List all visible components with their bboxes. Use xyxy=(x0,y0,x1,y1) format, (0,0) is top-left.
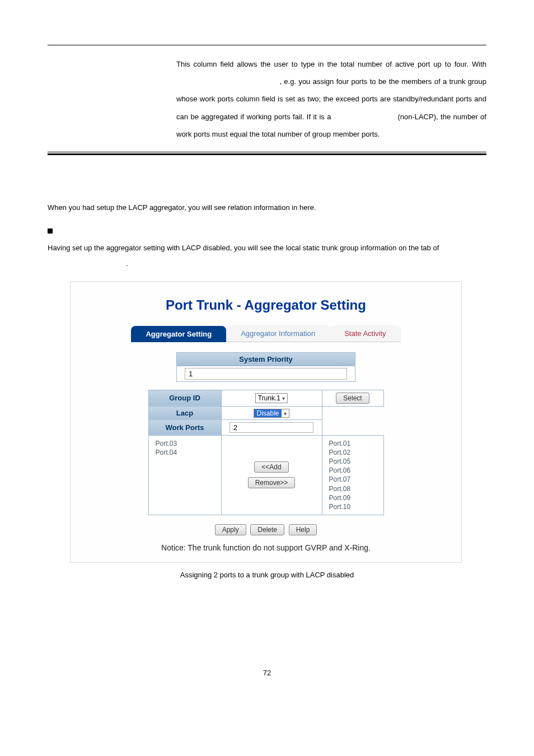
tab-state-activity[interactable]: State Activity xyxy=(330,325,400,342)
square-bullet-icon xyxy=(48,228,53,234)
lacp-value: Disable xyxy=(254,409,281,417)
system-priority-input[interactable] xyxy=(185,368,347,380)
top-paragraph: This column field allows the user to typ… xyxy=(176,55,486,143)
lacp-select[interactable]: Disable▾ xyxy=(254,409,289,418)
lacp-label: Lacp xyxy=(148,406,221,419)
p-line2a: four. With xyxy=(455,60,486,68)
group-id-select[interactable]: Trunk.1 xyxy=(255,393,288,403)
add-button[interactable]: <<Add xyxy=(254,461,288,473)
body-paragraph-2: Having set up the aggregator setting wit… xyxy=(48,240,486,272)
body2-trail: . xyxy=(126,259,128,268)
delete-button[interactable]: Delete xyxy=(250,524,284,535)
page-number: 72 xyxy=(48,669,486,677)
tab-last-label: State Activity xyxy=(344,329,386,338)
notice-text: Notice: The trunk function do not suppor… xyxy=(82,543,450,552)
group-id-label: Group ID xyxy=(148,390,221,406)
available-ports-list[interactable]: Port.01Port.02Port.05Port.06Port.07Port.… xyxy=(327,438,379,513)
work-ports-label: Work Ports xyxy=(148,419,221,435)
system-priority-label: System Priority xyxy=(177,353,355,366)
p-line6: equal the total number of group member p… xyxy=(229,130,380,138)
body1-text: When you had setup the LACP aggregator, … xyxy=(48,203,316,212)
help-button[interactable]: Help xyxy=(289,524,317,535)
work-ports-input[interactable] xyxy=(229,422,313,433)
p-line1: This column field allows the user to typ… xyxy=(176,60,451,68)
remove-button[interactable]: Remove>> xyxy=(248,477,296,488)
figure-caption: Assigning 2 ports to a trunk group with … xyxy=(48,571,486,579)
settings-table: Group ID Trunk.1 Select Lacp Disable▾ xyxy=(148,390,384,516)
body-paragraph-1: When you had setup the LACP aggregator, … xyxy=(48,200,486,216)
tab-active-label: Aggregator Setting xyxy=(146,330,212,338)
body2-text: Having set up the aggregator setting wit… xyxy=(48,244,439,252)
group-id-value: Trunk.1 xyxy=(258,394,280,402)
action-buttons-row: Apply Delete Help xyxy=(82,524,450,535)
apply-button[interactable]: Apply xyxy=(215,524,246,535)
header-rule xyxy=(48,45,486,45)
tab-mid-label: Aggregator Information xyxy=(241,329,315,338)
bullet-item xyxy=(48,226,486,235)
screenshot-figure: Port Trunk - Aggregator Setting Aggregat… xyxy=(70,281,462,563)
p-line5a: ports fail. If it is a xyxy=(274,113,331,121)
p-line2b: , e.g. you assign four ports to be the xyxy=(279,77,399,86)
selected-ports-list[interactable]: Port.03 Port.04 xyxy=(153,438,217,458)
tab-bar: Aggregator Setting Aggregator Informatio… xyxy=(82,325,450,342)
tab-aggregator-setting[interactable]: Aggregator Setting xyxy=(131,326,226,342)
tab-aggregator-information[interactable]: Aggregator Information xyxy=(226,325,330,342)
select-button[interactable]: Select xyxy=(336,393,369,404)
figure-title: Port Trunk - Aggregator Setting xyxy=(82,297,450,313)
system-priority-box: System Priority xyxy=(176,352,355,382)
